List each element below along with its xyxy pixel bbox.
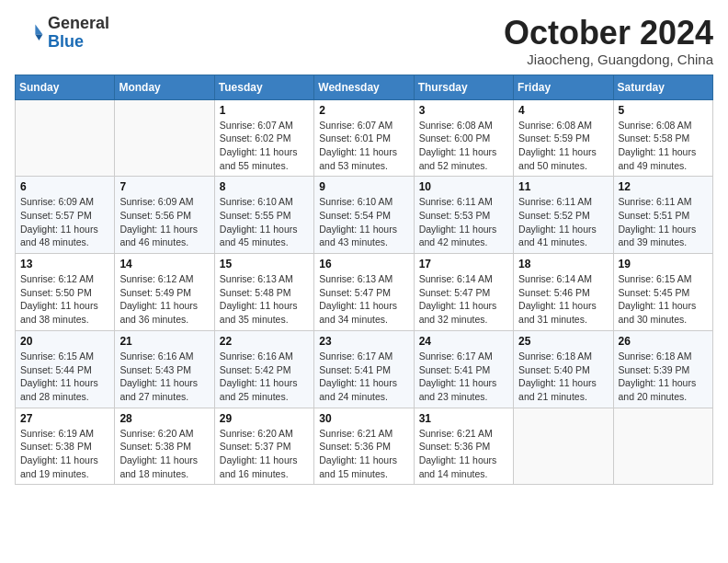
day-number: 16 (319, 258, 408, 270)
calendar-cell: 19Sunrise: 6:15 AMSunset: 5:45 PMDayligh… (613, 254, 712, 331)
day-info: Sunrise: 6:20 AMSunset: 5:38 PMDaylight:… (119, 427, 209, 481)
day-info: Sunrise: 6:16 AMSunset: 5:43 PMDaylight:… (119, 350, 209, 404)
calendar-cell: 22Sunrise: 6:16 AMSunset: 5:42 PMDayligh… (214, 330, 313, 408)
day-number: 24 (419, 335, 508, 348)
day-info: Sunrise: 6:17 AMSunset: 5:41 PMDaylight:… (419, 350, 508, 404)
svg-marker-1 (35, 34, 42, 40)
day-info: Sunrise: 6:08 AMSunset: 6:00 PMDaylight:… (419, 119, 508, 173)
day-info: Sunrise: 6:07 AMSunset: 6:01 PMDaylight:… (319, 119, 408, 173)
calendar-cell (514, 408, 613, 485)
weekday-header-thursday: Thursday (414, 75, 513, 99)
day-info: Sunrise: 6:19 AMSunset: 5:38 PMDaylight:… (20, 427, 109, 481)
day-number: 17 (419, 258, 508, 270)
calendar-cell (613, 408, 712, 485)
calendar-table: SundayMondayTuesdayWednesdayThursdayFrid… (15, 75, 713, 486)
calendar-cell: 2Sunrise: 6:07 AMSunset: 6:01 PMDaylight… (314, 99, 414, 177)
calendar-cell: 4Sunrise: 6:08 AMSunset: 5:59 PMDaylight… (514, 99, 613, 177)
day-number: 1 (220, 104, 309, 117)
calendar-cell: 25Sunrise: 6:18 AMSunset: 5:40 PMDayligh… (514, 330, 613, 408)
day-number: 2 (319, 104, 408, 117)
day-info: Sunrise: 6:18 AMSunset: 5:39 PMDaylight:… (619, 350, 708, 404)
calendar-cell: 16Sunrise: 6:13 AMSunset: 5:47 PMDayligh… (314, 254, 414, 331)
calendar-cell: 10Sunrise: 6:11 AMSunset: 5:53 PMDayligh… (414, 177, 513, 254)
day-info: Sunrise: 6:21 AMSunset: 5:36 PMDaylight:… (319, 427, 408, 481)
logo-icon (15, 18, 44, 48)
calendar-cell: 11Sunrise: 6:11 AMSunset: 5:52 PMDayligh… (514, 177, 613, 254)
calendar-cell (16, 99, 115, 177)
calendar-cell: 13Sunrise: 6:12 AMSunset: 5:50 PMDayligh… (16, 254, 115, 331)
day-number: 5 (619, 104, 708, 117)
day-info: Sunrise: 6:18 AMSunset: 5:40 PMDaylight:… (518, 350, 608, 404)
calendar-cell: 8Sunrise: 6:10 AMSunset: 5:55 PMDaylight… (214, 177, 313, 254)
day-number: 13 (20, 258, 109, 270)
calendar-cell: 23Sunrise: 6:17 AMSunset: 5:41 PMDayligh… (314, 330, 414, 408)
day-info: Sunrise: 6:17 AMSunset: 5:41 PMDaylight:… (319, 350, 408, 404)
day-info: Sunrise: 6:11 AMSunset: 5:51 PMDaylight:… (619, 195, 708, 249)
day-number: 19 (619, 258, 708, 270)
calendar-week-1: 1Sunrise: 6:07 AMSunset: 6:02 PMDaylight… (16, 99, 713, 177)
calendar-week-3: 13Sunrise: 6:12 AMSunset: 5:50 PMDayligh… (16, 254, 713, 331)
month-title: October 2024 (504, 15, 713, 52)
weekday-header-sunday: Sunday (16, 75, 115, 99)
day-number: 20 (20, 335, 109, 348)
calendar-week-4: 20Sunrise: 6:15 AMSunset: 5:44 PMDayligh… (16, 330, 713, 408)
calendar-cell: 17Sunrise: 6:14 AMSunset: 5:47 PMDayligh… (414, 254, 513, 331)
calendar-cell: 28Sunrise: 6:20 AMSunset: 5:38 PMDayligh… (115, 408, 214, 485)
calendar-cell: 1Sunrise: 6:07 AMSunset: 6:02 PMDaylight… (214, 99, 313, 177)
day-number: 7 (119, 180, 209, 193)
weekday-header-tuesday: Tuesday (214, 75, 313, 99)
day-number: 10 (419, 180, 508, 193)
calendar-cell: 18Sunrise: 6:14 AMSunset: 5:46 PMDayligh… (514, 254, 613, 331)
location-text: Jiaocheng, Guangdong, China (504, 52, 713, 67)
calendar-cell: 7Sunrise: 6:09 AMSunset: 5:56 PMDaylight… (115, 177, 214, 254)
day-number: 11 (518, 180, 608, 193)
day-info: Sunrise: 6:09 AMSunset: 5:57 PMDaylight:… (20, 195, 109, 249)
calendar-cell: 15Sunrise: 6:13 AMSunset: 5:48 PMDayligh… (214, 254, 313, 331)
day-info: Sunrise: 6:14 AMSunset: 5:47 PMDaylight:… (419, 272, 508, 327)
logo-blue-text: Blue (48, 32, 84, 51)
day-info: Sunrise: 6:11 AMSunset: 5:53 PMDaylight:… (419, 195, 508, 249)
calendar-cell: 14Sunrise: 6:12 AMSunset: 5:49 PMDayligh… (115, 254, 214, 331)
day-info: Sunrise: 6:11 AMSunset: 5:52 PMDaylight:… (518, 195, 608, 249)
day-info: Sunrise: 6:15 AMSunset: 5:45 PMDaylight:… (619, 272, 708, 327)
day-number: 31 (419, 412, 508, 425)
page-header: General Blue October 2024 Jiaocheng, Gua… (15, 15, 713, 67)
svg-marker-0 (35, 24, 42, 34)
day-number: 3 (419, 104, 508, 117)
day-number: 9 (319, 180, 408, 193)
calendar-cell: 3Sunrise: 6:08 AMSunset: 6:00 PMDaylight… (414, 99, 513, 177)
day-info: Sunrise: 6:13 AMSunset: 5:48 PMDaylight:… (220, 272, 309, 327)
calendar-cell: 9Sunrise: 6:10 AMSunset: 5:54 PMDaylight… (314, 177, 414, 254)
calendar-cell: 31Sunrise: 6:21 AMSunset: 5:36 PMDayligh… (414, 408, 513, 485)
calendar-cell: 12Sunrise: 6:11 AMSunset: 5:51 PMDayligh… (613, 177, 712, 254)
weekday-header-monday: Monday (115, 75, 214, 99)
day-number: 6 (20, 180, 109, 193)
day-number: 29 (220, 412, 309, 425)
day-info: Sunrise: 6:16 AMSunset: 5:42 PMDaylight:… (220, 350, 309, 404)
day-number: 22 (220, 335, 309, 348)
day-info: Sunrise: 6:12 AMSunset: 5:50 PMDaylight:… (20, 272, 109, 327)
calendar-week-2: 6Sunrise: 6:09 AMSunset: 5:57 PMDaylight… (16, 177, 713, 254)
calendar-week-5: 27Sunrise: 6:19 AMSunset: 5:38 PMDayligh… (16, 408, 713, 485)
day-number: 21 (119, 335, 209, 348)
day-info: Sunrise: 6:15 AMSunset: 5:44 PMDaylight:… (20, 350, 109, 404)
calendar-cell: 6Sunrise: 6:09 AMSunset: 5:57 PMDaylight… (16, 177, 115, 254)
day-info: Sunrise: 6:10 AMSunset: 5:54 PMDaylight:… (319, 195, 408, 249)
logo: General Blue (15, 15, 109, 52)
calendar-cell: 5Sunrise: 6:08 AMSunset: 5:58 PMDaylight… (613, 99, 712, 177)
day-number: 8 (220, 180, 309, 193)
weekday-header-friday: Friday (514, 75, 613, 99)
day-number: 12 (619, 180, 708, 193)
calendar-cell: 26Sunrise: 6:18 AMSunset: 5:39 PMDayligh… (613, 330, 712, 408)
day-number: 15 (220, 258, 309, 270)
day-number: 28 (119, 412, 209, 425)
calendar-cell: 27Sunrise: 6:19 AMSunset: 5:38 PMDayligh… (16, 408, 115, 485)
calendar-cell: 30Sunrise: 6:21 AMSunset: 5:36 PMDayligh… (314, 408, 414, 485)
calendar-body: 1Sunrise: 6:07 AMSunset: 6:02 PMDaylight… (16, 99, 713, 485)
weekday-header-wednesday: Wednesday (314, 75, 414, 99)
title-block: October 2024 Jiaocheng, Guangdong, China (504, 15, 713, 67)
day-info: Sunrise: 6:21 AMSunset: 5:36 PMDaylight:… (419, 427, 508, 481)
day-number: 27 (20, 412, 109, 425)
day-number: 18 (518, 258, 608, 270)
day-number: 25 (518, 335, 608, 348)
